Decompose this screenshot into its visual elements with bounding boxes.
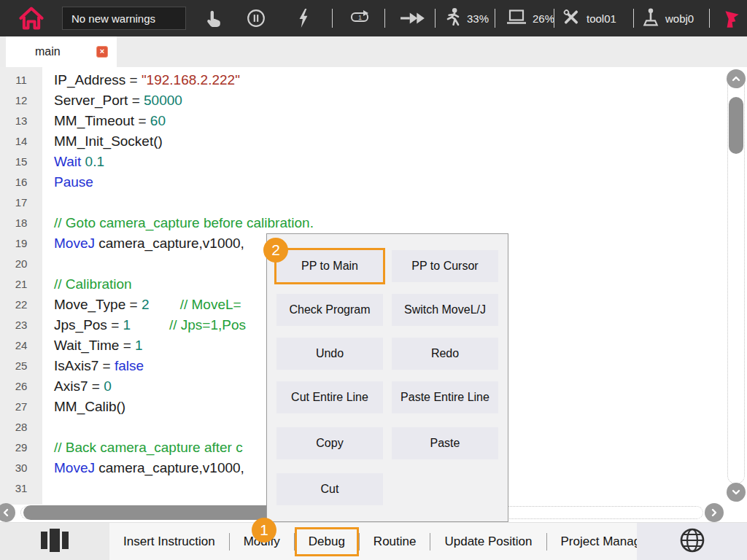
line-number: 25 [0, 356, 42, 376]
code-line-16[interactable]: 16Pause [0, 172, 719, 192]
line-number: 12 [0, 90, 42, 111]
svg-text:1: 1 [358, 14, 362, 21]
line-number: 29 [0, 438, 42, 458]
repeat-once-icon[interactable]: 1 [349, 10, 371, 26]
code-text: MoveJ camera_capture,v1000, [54, 236, 244, 252]
tab-main[interactable]: main × [6, 36, 117, 67]
code-text: Wait_Time = 1 [54, 338, 143, 354]
tools-icon [562, 8, 581, 29]
routine-button[interactable]: Routine [360, 534, 430, 549]
joystick-icon [642, 8, 659, 29]
line-number: 18 [0, 213, 42, 233]
line-number: 17 [0, 192, 42, 213]
switch-movel-j-button[interactable]: Switch MoveL/J [392, 294, 498, 326]
scroll-left-button[interactable] [0, 503, 15, 522]
line-number: 16 [0, 172, 42, 192]
paste-entire-line-button[interactable]: Paste Entire Line [392, 381, 498, 413]
code-text: Axis7 = 0 [54, 378, 112, 394]
insert-instruction-button[interactable]: Insert Instruction [109, 534, 229, 549]
status-message-box[interactable]: No new warnings [62, 7, 186, 30]
code-text: MoveJ camera_capture,v1000, [54, 460, 244, 476]
code-text: MM_Init_Socket() [54, 133, 163, 149]
code-line-17[interactable]: 17 [0, 192, 719, 213]
line-number: 24 [0, 335, 42, 356]
panel-icon [40, 528, 69, 556]
tab-main-label: main [35, 45, 61, 58]
paste-button[interactable]: Paste [392, 427, 498, 459]
line-number: 19 [0, 233, 42, 254]
lightning-icon[interactable] [298, 9, 309, 28]
robot-icon[interactable] [722, 7, 741, 29]
topbar-separator [554, 9, 554, 28]
code-line-13[interactable]: 13MM_Timeout = 60 [0, 111, 719, 131]
line-number: 30 [0, 458, 42, 478]
runner-icon [445, 8, 461, 29]
code-text: Move_Type = 2 // MoveL= [54, 297, 241, 313]
code-line-11[interactable]: 11IP_Address = "192.168.2.222" [0, 70, 719, 90]
fast-forward-icon[interactable] [400, 12, 426, 25]
workobject-name: wobj0 [665, 12, 694, 25]
line-number: 31 [0, 478, 42, 499]
undo-button[interactable]: Undo [276, 338, 383, 370]
program-speed-indicator[interactable]: 26% [506, 9, 554, 28]
topbar-separator [495, 9, 495, 28]
code-line-12[interactable]: 12Server_Port = 50000 [0, 90, 719, 111]
check-program-button[interactable]: Check Program [276, 294, 383, 326]
tab-close-icon[interactable]: × [96, 46, 108, 58]
line-number: 23 [0, 315, 42, 335]
pause-icon[interactable] [247, 9, 266, 28]
code-text: Wait 0.1 [54, 154, 104, 170]
line-number: 11 [0, 70, 42, 90]
update-position-button[interactable]: Update Position [430, 534, 546, 549]
run-speed-indicator[interactable]: 33% [445, 8, 489, 29]
line-number: 22 [0, 295, 42, 315]
program-speed-value: 26% [533, 12, 554, 25]
workobject-indicator[interactable]: wobj0 [642, 8, 694, 29]
tab-bar: main × [0, 36, 747, 67]
line-number: 21 [0, 274, 42, 295]
code-line-18[interactable]: 18// Goto camera_capture before calibrat… [0, 213, 719, 233]
debug-button[interactable]: Debug [295, 527, 359, 556]
code-text: IsAxis7 = false [54, 358, 144, 374]
topbar-separator [384, 9, 385, 28]
line-number: 20 [0, 254, 42, 274]
annotation-badge-2: 2 [263, 238, 288, 262]
tool-indicator[interactable]: tool01 [562, 8, 616, 29]
topbar-separator [709, 9, 710, 28]
home-icon[interactable] [18, 6, 44, 31]
cut-button[interactable]: Cut [276, 473, 383, 505]
line-number: 15 [0, 152, 42, 172]
code-text: IP_Address = "192.168.2.222" [54, 72, 240, 88]
topbar-separator [435, 9, 436, 28]
line-number: 14 [0, 131, 42, 152]
code-text: MM_Timeout = 60 [54, 113, 166, 129]
hand-pointer-icon[interactable] [206, 9, 222, 27]
scroll-up-button[interactable] [727, 69, 746, 88]
code-text: // Calibration [54, 276, 132, 292]
status-message: No new warnings [71, 12, 155, 25]
annotation-badge-1: 1 [252, 518, 276, 542]
code-text: // Goto camera_capture before calibratio… [54, 215, 314, 231]
topbar-separator [332, 9, 333, 28]
top-status-bar: No new warnings 1 [0, 0, 747, 36]
pp-to-cursor-button[interactable]: PP to Cursor [392, 250, 498, 282]
vertical-scroll-thumb[interactable] [729, 97, 743, 154]
run-speed-value: 33% [467, 12, 489, 25]
pp-to-main-button[interactable]: PP to Main [276, 250, 383, 282]
language-panel[interactable] [637, 523, 747, 560]
scroll-down-button[interactable] [727, 483, 746, 502]
line-number: 13 [0, 111, 42, 131]
cut-entire-line-button[interactable]: Cut Entire Line [276, 381, 383, 413]
debug-popup-menu: PP to MainPP to CursorCheck ProgramSwitc… [266, 233, 508, 522]
code-line-14[interactable]: 14MM_Init_Socket() [0, 131, 719, 152]
line-number: 28 [0, 417, 42, 438]
redo-button[interactable]: Redo [392, 338, 498, 370]
laptop-icon [506, 9, 527, 28]
globe-icon [679, 527, 705, 556]
code-line-15[interactable]: 15Wait 0.1 [0, 152, 719, 172]
copy-button[interactable]: Copy [276, 427, 383, 459]
scroll-right-button[interactable] [705, 503, 724, 522]
line-number: 27 [0, 397, 42, 417]
line-number: 26 [0, 376, 42, 397]
panel-toggle-button[interactable] [0, 523, 109, 560]
